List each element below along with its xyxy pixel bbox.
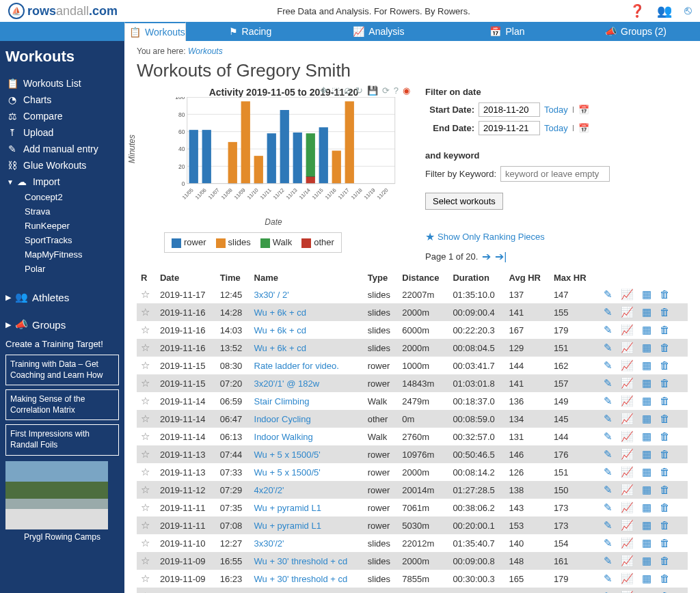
workout-link[interactable]: Wu + 6k + cd xyxy=(250,321,364,339)
ranking-star[interactable]: ☆ xyxy=(137,339,156,357)
edit-icon[interactable]: ✎ xyxy=(604,413,612,425)
edit-icon[interactable]: ✎ xyxy=(604,377,612,389)
ranking-star[interactable]: ☆ xyxy=(137,357,156,374)
sidebar-subitem[interactable]: SportTracks xyxy=(25,233,119,247)
breadcrumb-link[interactable]: Workouts xyxy=(188,46,223,56)
create-target-link[interactable]: Create a Training Target! xyxy=(5,339,119,349)
workout-link[interactable]: Rate ladder for video. xyxy=(250,357,364,374)
legend-item[interactable]: rower xyxy=(172,237,206,248)
workout-link[interactable]: Wu + 5 x 1500/5' xyxy=(250,445,364,463)
workout-link[interactable]: Wu + 30' threshold + cd xyxy=(250,570,364,588)
chart-icon[interactable]: 📈 xyxy=(621,413,634,425)
trash-icon[interactable]: 🗑 xyxy=(660,359,670,371)
trash-icon[interactable]: 🗑 xyxy=(660,537,670,549)
ranking-star[interactable]: ☆ xyxy=(137,481,156,499)
edit-icon[interactable]: ✎ xyxy=(604,359,612,372)
calendar-icon[interactable]: 📅 xyxy=(578,105,589,115)
start-date-input[interactable] xyxy=(479,102,540,117)
next-page-icon[interactable]: ➔ xyxy=(482,250,491,263)
chart-icon[interactable]: 📈 xyxy=(621,359,634,372)
trash-icon[interactable]: 🗑 xyxy=(660,288,670,300)
ranking-star[interactable]: ☆ xyxy=(137,286,156,303)
logout-icon[interactable]: ⎋ xyxy=(684,3,692,18)
sidebar-subitem[interactable]: Concept2 xyxy=(25,190,119,204)
grid-icon[interactable]: ▦ xyxy=(642,484,651,496)
edit-icon[interactable]: ✎ xyxy=(604,501,612,514)
chart-icon[interactable]: 📈 xyxy=(621,377,634,389)
sidebar-subitem[interactable]: MapMyFitness xyxy=(25,247,119,262)
workout-link[interactable]: Wu + pyramid L1 xyxy=(250,516,364,534)
sidebar-item[interactable]: ⚖Compare xyxy=(5,108,119,124)
zoom-icon[interactable]: ⬚ xyxy=(332,85,340,96)
grid-icon[interactable]: ▦ xyxy=(642,573,651,585)
edit-icon[interactable]: ✎ xyxy=(604,395,612,407)
edit-icon[interactable]: ✎ xyxy=(604,342,612,354)
workout-link[interactable]: Wu + pyramid L1 xyxy=(250,499,364,516)
workout-link[interactable]: Wu + 30' threshold + cd xyxy=(250,552,364,570)
edit-icon[interactable]: ✎ xyxy=(604,590,612,593)
ranking-star[interactable]: ☆ xyxy=(137,499,156,516)
edit-icon[interactable]: ✎ xyxy=(604,448,612,460)
select-workouts-button[interactable]: Select workouts xyxy=(425,193,503,210)
chart-icon[interactable]: 📈 xyxy=(621,324,634,336)
grid-icon[interactable]: ▦ xyxy=(642,448,651,460)
chart-icon[interactable]: 📈 xyxy=(621,466,634,478)
pan-icon[interactable]: ✥ xyxy=(320,85,327,96)
sidebar-item[interactable]: ⛓Glue Workouts xyxy=(5,157,119,174)
help-icon[interactable]: ❓ xyxy=(630,3,645,18)
trash-icon[interactable]: 🗑 xyxy=(660,377,670,389)
ranking-star[interactable]: ☆ xyxy=(137,303,156,321)
edit-icon[interactable]: ✎ xyxy=(604,573,612,585)
today-link-end[interactable]: Today xyxy=(544,123,568,133)
promo-image[interactable] xyxy=(5,461,108,529)
grid-icon[interactable]: ▦ xyxy=(642,395,651,407)
sidebar-button[interactable]: Training with Data – Get Coaching and Le… xyxy=(5,355,119,385)
keyword-input[interactable] xyxy=(500,166,610,182)
edit-icon[interactable]: ✎ xyxy=(604,519,612,532)
ranking-star[interactable]: ☆ xyxy=(137,534,156,552)
chart-icon[interactable]: 📈 xyxy=(621,519,634,532)
ranking-star[interactable]: ☆ xyxy=(137,516,156,534)
trash-icon[interactable]: 🗑 xyxy=(660,342,670,353)
tab-racing[interactable]: ⚑Racing xyxy=(186,22,314,41)
sidebar-subitem[interactable]: Polar xyxy=(25,262,119,276)
grid-icon[interactable]: ▦ xyxy=(642,430,651,443)
trash-icon[interactable]: 🗑 xyxy=(660,466,670,478)
chart-icon[interactable]: 📈 xyxy=(621,573,634,585)
sidebar-groups[interactable]: ▶📣Groups xyxy=(5,318,119,331)
today-link-start[interactable]: Today xyxy=(544,105,568,115)
workout-link[interactable]: Wu + 6k + cd xyxy=(250,339,364,357)
trash-icon[interactable]: 🗑 xyxy=(660,413,670,424)
ranking-star[interactable]: ☆ xyxy=(137,428,156,445)
ranking-star[interactable]: ☆ xyxy=(137,463,156,481)
legend-item[interactable]: slides xyxy=(216,237,251,248)
workout-link[interactable]: 4x20'/2' xyxy=(250,481,364,499)
grid-icon[interactable]: ▦ xyxy=(642,501,651,514)
grid-icon[interactable]: ▦ xyxy=(642,342,651,354)
chart-icon[interactable]: 📈 xyxy=(621,306,634,318)
sidebar-button[interactable]: Making Sense of the Correlation Matrix xyxy=(5,389,119,420)
trash-icon[interactable]: 🗑 xyxy=(660,519,670,531)
grid-icon[interactable]: ▦ xyxy=(642,519,651,532)
edit-icon[interactable]: ✎ xyxy=(604,324,612,336)
logo[interactable]: ⛵ rowsandall.com xyxy=(8,3,118,19)
sidebar-item[interactable]: ◔Charts xyxy=(5,92,119,108)
trash-icon[interactable]: 🗑 xyxy=(660,555,670,566)
chart-icon[interactable]: 📈 xyxy=(621,590,634,593)
sidebar-item[interactable]: ⤒Upload xyxy=(5,124,119,141)
tab-analysis[interactable]: 📈Analysis xyxy=(314,22,443,41)
sidebar-item[interactable]: ▼☁Import xyxy=(5,174,119,190)
edit-icon[interactable]: ✎ xyxy=(604,288,612,301)
edit-icon[interactable]: ✎ xyxy=(604,466,612,478)
trash-icon[interactable]: 🗑 xyxy=(660,501,670,513)
workout-link[interactable]: 3x20'/1' @ 182w xyxy=(250,374,364,392)
sidebar-subitem[interactable]: RunKeeper xyxy=(25,219,119,233)
trash-icon[interactable]: 🗑 xyxy=(660,448,670,460)
sidebar-item[interactable]: ✎Add manual entry xyxy=(5,141,119,157)
ranking-star[interactable]: ☆ xyxy=(137,410,156,428)
trash-icon[interactable]: 🗑 xyxy=(660,395,670,406)
sidebar-item[interactable]: 📋Workouts List xyxy=(5,75,119,92)
grid-icon[interactable]: ▦ xyxy=(642,466,651,478)
show-ranking-link[interactable]: ★Show Only Ranking Pieces xyxy=(425,230,688,243)
tab-groups[interactable]: 📣Groups (2) xyxy=(571,22,700,41)
